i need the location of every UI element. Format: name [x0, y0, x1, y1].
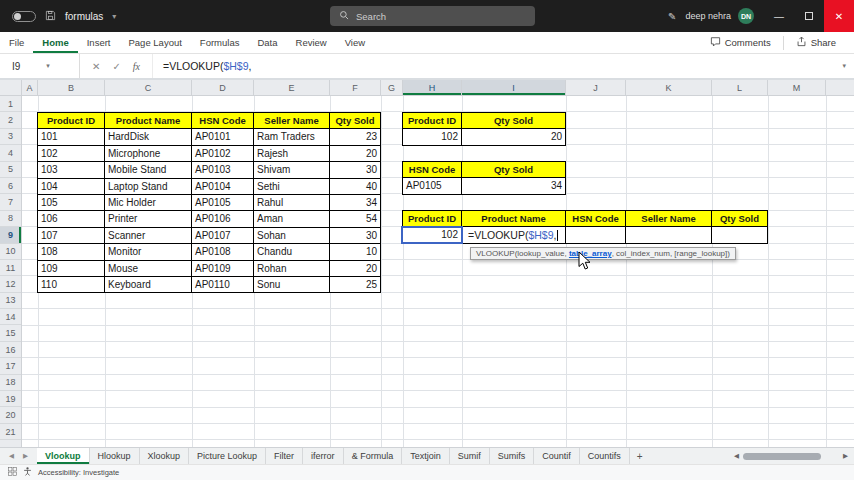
cell[interactable]: 20 — [330, 261, 381, 277]
autosave-toggle[interactable] — [12, 11, 36, 22]
cell[interactable]: 30 — [330, 162, 381, 178]
row-header-7[interactable]: 7 — [0, 194, 21, 210]
table-header-cell[interactable]: HSN Code — [403, 162, 462, 178]
minimize-button[interactable]: — — [764, 0, 794, 32]
sheet-tab-countif[interactable]: Countif — [534, 448, 580, 464]
row-header-14[interactable]: 14 — [0, 309, 21, 325]
column-header-G[interactable]: G — [381, 80, 403, 95]
sheet-tab-textjoin[interactable]: Textjoin — [402, 448, 450, 464]
sheet-tab-filter[interactable]: Filter — [266, 448, 303, 464]
row-header-11[interactable]: 11 — [0, 260, 21, 276]
row-header-6[interactable]: 6 — [0, 178, 21, 194]
tab-scroll-right-icon[interactable]: ▶ — [23, 452, 28, 460]
cell-J9[interactable] — [566, 227, 626, 243]
row-header-1[interactable]: 1 — [0, 96, 21, 112]
column-header-L[interactable]: L — [712, 80, 768, 95]
cell[interactable]: Chandu — [254, 244, 330, 260]
column-header-C[interactable]: C — [105, 80, 192, 95]
select-all-corner[interactable] — [0, 80, 22, 95]
column-header-F[interactable]: F — [330, 80, 381, 95]
tab-page-layout[interactable]: Page Layout — [119, 32, 190, 53]
sheet-tab-iferror[interactable]: iferror — [303, 448, 344, 464]
column-header-A[interactable]: A — [22, 80, 38, 95]
row-header-15[interactable]: 15 — [0, 325, 21, 341]
sheet-tab-vlookup[interactable]: Vlookup — [37, 448, 90, 464]
tab-data[interactable]: Data — [248, 32, 286, 53]
cell[interactable]: AP0105 — [403, 178, 462, 194]
cell[interactable]: 34 — [330, 195, 381, 211]
table-header-cell[interactable]: Seller Name — [254, 113, 330, 129]
row-header-16[interactable]: 16 — [0, 342, 21, 358]
cell[interactable]: Microphone — [105, 146, 192, 162]
column-header-D[interactable]: D — [192, 80, 254, 95]
cell[interactable]: Ram Traders — [254, 129, 330, 145]
column-header-K[interactable]: K — [626, 80, 712, 95]
cancel-entry-button[interactable]: ✕ — [92, 61, 100, 72]
hscroll-left-icon[interactable]: ◀ — [734, 452, 739, 460]
row-header-5[interactable]: 5 — [0, 162, 21, 178]
hscroll-right-icon[interactable]: ▶ — [843, 452, 848, 460]
row-header-17[interactable]: 17 — [0, 358, 21, 374]
row-header-9[interactable]: 9 — [0, 227, 21, 243]
cell[interactable]: Shivam — [254, 162, 330, 178]
table-header-cell[interactable]: Qty Sold — [330, 113, 381, 129]
cell[interactable]: 25 — [330, 277, 381, 293]
cell[interactable]: Monitor — [105, 244, 192, 260]
file-menu-chevron-icon[interactable]: ▾ — [112, 12, 116, 21]
horizontal-scrollbar[interactable] — [743, 452, 839, 460]
cell[interactable]: 30 — [330, 228, 381, 244]
tab-home[interactable]: Home — [33, 32, 77, 53]
formula-input[interactable]: =VLOOKUP($H$9, — [153, 60, 251, 72]
cell[interactable]: Sonu — [254, 277, 330, 293]
keyboard-mode-icon[interactable] — [8, 467, 17, 478]
tab-scroll-left-icon[interactable]: ◀ — [9, 452, 14, 460]
table-header-cell[interactable]: Qty Sold — [712, 211, 768, 227]
sheet-tab-countifs[interactable]: Countifs — [580, 448, 630, 464]
cell[interactable]: Rajesh — [254, 146, 330, 162]
cell[interactable]: 20 — [462, 129, 566, 145]
cell[interactable]: Printer — [105, 211, 192, 227]
row-header-21[interactable]: 21 — [0, 424, 21, 440]
cell[interactable]: 108 — [38, 244, 105, 260]
row-header-19[interactable]: 19 — [0, 391, 21, 407]
cell[interactable]: Laptop Stand — [105, 179, 192, 195]
cell[interactable]: Rahul — [254, 195, 330, 211]
restore-button[interactable] — [794, 0, 824, 32]
row-header-4[interactable]: 4 — [0, 145, 21, 161]
save-icon[interactable] — [45, 7, 56, 25]
table-header-cell[interactable]: HSN Code — [566, 211, 626, 227]
table-header-cell[interactable]: Seller Name — [626, 211, 712, 227]
cell[interactable]: 101 — [38, 129, 105, 145]
table-header-cell[interactable]: Qty Sold — [462, 113, 566, 129]
table-header-cell[interactable]: Product ID — [38, 113, 105, 129]
cell[interactable]: Sohan — [254, 228, 330, 244]
cell[interactable]: 54 — [330, 211, 381, 227]
cell[interactable]: Sethi — [254, 179, 330, 195]
cell[interactable]: 106 — [38, 211, 105, 227]
cell[interactable]: AP0109 — [192, 261, 254, 277]
row-header-8[interactable]: 8 — [0, 211, 21, 227]
cell[interactable]: AP0101 — [192, 129, 254, 145]
table-header-cell[interactable]: Qty Sold — [462, 162, 566, 178]
table-header-cell[interactable]: Product Name — [105, 113, 192, 129]
cell[interactable]: AP0104 — [192, 179, 254, 195]
cell[interactable]: 107 — [38, 228, 105, 244]
cell[interactable]: 104 — [38, 179, 105, 195]
row-header-3[interactable]: 3 — [0, 129, 21, 145]
cell[interactable]: 20 — [330, 146, 381, 162]
cell-L9[interactable] — [712, 227, 768, 243]
cell[interactable]: 103 — [38, 162, 105, 178]
active-cell-editor[interactable]: =VLOOKUP($H$9, — [464, 228, 564, 243]
cell[interactable]: 10 — [330, 244, 381, 260]
cell[interactable]: AP0105 — [192, 195, 254, 211]
sheet-tab-picture-lookup[interactable]: Picture Lookup — [189, 448, 266, 464]
cell[interactable]: AP0110 — [192, 277, 254, 293]
tab-insert[interactable]: Insert — [78, 32, 120, 53]
cell[interactable]: Mobile Stand — [105, 162, 192, 178]
sheet-tab-hlookup[interactable]: Hlookup — [90, 448, 140, 464]
comments-button[interactable]: Comments — [702, 36, 779, 49]
row-header-18[interactable]: 18 — [0, 375, 21, 391]
share-button[interactable]: Share — [788, 36, 844, 49]
cell[interactable]: Mouse — [105, 261, 192, 277]
cell[interactable]: 102 — [38, 146, 105, 162]
